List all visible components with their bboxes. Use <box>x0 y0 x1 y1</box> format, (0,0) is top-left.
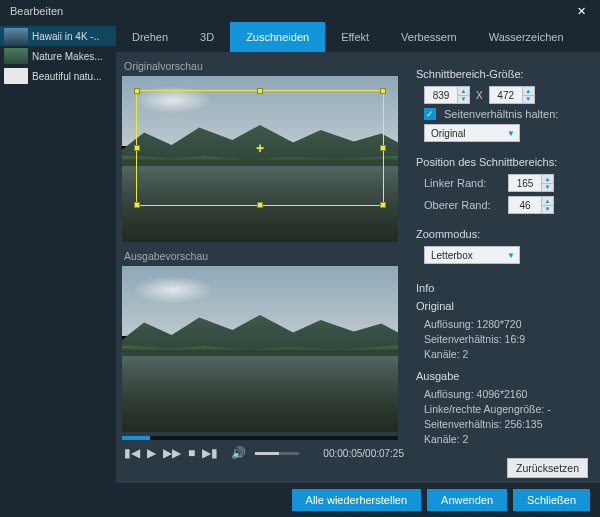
video-frame <box>122 266 398 432</box>
info-out-channels: Kanäle: 2 <box>424 433 588 445</box>
info-ratio: Seitenverhältnis: 16:9 <box>424 333 588 345</box>
top-input[interactable] <box>509 200 541 211</box>
sidebar-item-label: Beautiful natu... <box>32 71 102 82</box>
time-display: 00:00:05/00:07:25 <box>323 448 404 459</box>
crosshair-icon: + <box>256 140 264 156</box>
width-spinner[interactable]: ▲▼ <box>424 86 470 104</box>
info-original-heading: Original <box>416 300 588 312</box>
sidebar-item-label: Hawaii in 4K -.. <box>32 31 99 42</box>
volume-slider[interactable] <box>255 452 299 455</box>
spinner-up-icon[interactable]: ▲ <box>458 87 469 96</box>
multiply-symbol: X <box>476 90 483 101</box>
chevron-down-icon: ▼ <box>507 251 515 260</box>
left-margin-label: Linker Rand: <box>424 177 504 189</box>
info-channels: Kanäle: 2 <box>424 348 588 360</box>
left-spinner[interactable]: ▲▼ <box>508 174 554 192</box>
crop-handle[interactable] <box>257 88 263 94</box>
playback-controls: ▮◀ ▶ ▶▶ ■ ▶▮ 🔊 00:00:05/00:07:25 <box>122 440 406 466</box>
crop-handle[interactable] <box>380 202 386 208</box>
crop-handle[interactable] <box>380 145 386 151</box>
crop-handle[interactable] <box>134 202 140 208</box>
zoom-mode-select[interactable]: Letterbox▼ <box>424 246 520 264</box>
output-preview <box>122 266 398 432</box>
original-preview-label: Originalvorschau <box>124 60 406 72</box>
crop-size-label: Schnittbereich-Größe: <box>416 68 588 80</box>
crop-handle[interactable] <box>134 145 140 151</box>
chevron-down-icon: ▼ <box>507 129 515 138</box>
sidebar-item-0[interactable]: Hawaii in 4K -.. <box>0 26 116 46</box>
thumbnail-icon <box>4 28 28 44</box>
titlebar: Bearbeiten ✕ <box>0 0 600 22</box>
crop-handle[interactable] <box>257 202 263 208</box>
info-out-eyesize: Linke/rechte Augengröße: - <box>424 403 588 415</box>
footer: Alle wiederherstellen Anwenden Schließen <box>0 483 600 517</box>
crop-position-label: Position des Schnittbereichs: <box>416 156 588 168</box>
ffwd-icon[interactable]: ▶▶ <box>163 446 181 460</box>
close-icon[interactable]: ✕ <box>573 5 590 18</box>
volume-icon[interactable]: 🔊 <box>231 446 246 460</box>
keep-ratio-label: Seitenverhältnis halten: <box>444 108 558 120</box>
zoom-mode-label: Zoommodus: <box>416 228 588 240</box>
top-margin-label: Oberer Rand: <box>424 199 504 211</box>
tab-effect[interactable]: Effekt <box>325 22 385 52</box>
tab-bar: Drehen 3D Zuschneiden Effekt Verbessern … <box>116 22 600 52</box>
spinner-up-icon[interactable]: ▲ <box>542 197 553 206</box>
sidebar-item-1[interactable]: Nature Makes... <box>0 46 116 66</box>
height-input[interactable] <box>490 90 522 101</box>
sidebar-item-2[interactable]: Beautiful natu... <box>0 66 116 86</box>
tab-enhance[interactable]: Verbessern <box>385 22 473 52</box>
window-title: Bearbeiten <box>10 5 63 17</box>
spinner-down-icon[interactable]: ▼ <box>542 184 553 192</box>
info-resolution: Auflösung: 1280*720 <box>424 318 588 330</box>
tab-3d[interactable]: 3D <box>184 22 230 52</box>
progress-bar[interactable] <box>122 436 398 440</box>
info-output-heading: Ausgabe <box>416 370 588 382</box>
tab-rotate[interactable]: Drehen <box>116 22 184 52</box>
apply-button[interactable]: Anwenden <box>427 489 507 511</box>
next-icon[interactable]: ▶▮ <box>202 446 218 460</box>
spinner-up-icon[interactable]: ▲ <box>542 175 553 184</box>
width-input[interactable] <box>425 90 457 101</box>
progress-fill <box>122 436 150 440</box>
spinner-down-icon[interactable]: ▼ <box>523 96 534 104</box>
keep-ratio-checkbox[interactable]: ✓ <box>424 108 436 120</box>
original-preview[interactable]: + <box>122 76 398 242</box>
close-button[interactable]: Schließen <box>513 489 590 511</box>
crop-handle[interactable] <box>134 88 140 94</box>
thumbnail-icon <box>4 68 28 84</box>
height-spinner[interactable]: ▲▼ <box>489 86 535 104</box>
aspect-ratio-select[interactable]: Original▼ <box>424 124 520 142</box>
stop-icon[interactable]: ■ <box>188 446 195 460</box>
spinner-down-icon[interactable]: ▼ <box>458 96 469 104</box>
info-out-ratio: Seitenverhältnis: 256:135 <box>424 418 588 430</box>
prev-icon[interactable]: ▮◀ <box>124 446 140 460</box>
spinner-up-icon[interactable]: ▲ <box>523 87 534 96</box>
settings-panel: Schnittbereich-Größe: ▲▼ X ▲▼ ✓ <box>406 52 600 483</box>
play-icon[interactable]: ▶ <box>147 446 156 460</box>
info-heading: Info <box>416 282 588 294</box>
reset-button[interactable]: Zurücksetzen <box>507 458 588 478</box>
tab-crop[interactable]: Zuschneiden <box>230 22 325 52</box>
spinner-down-icon[interactable]: ▼ <box>542 206 553 214</box>
crop-handle[interactable] <box>380 88 386 94</box>
tab-watermark[interactable]: Wasserzeichen <box>473 22 580 52</box>
top-spinner[interactable]: ▲▼ <box>508 196 554 214</box>
sidebar: Hawaii in 4K -.. Nature Makes... Beautif… <box>0 22 116 483</box>
thumbnail-icon <box>4 48 28 64</box>
output-preview-label: Ausgabevorschau <box>124 250 406 262</box>
info-out-resolution: Auflösung: 4096*2160 <box>424 388 588 400</box>
crop-rectangle[interactable]: + <box>136 90 384 206</box>
sidebar-item-label: Nature Makes... <box>32 51 103 62</box>
restore-all-button[interactable]: Alle wiederherstellen <box>292 489 422 511</box>
left-input[interactable] <box>509 178 541 189</box>
